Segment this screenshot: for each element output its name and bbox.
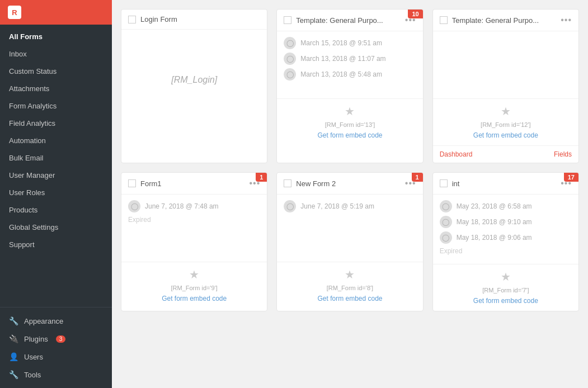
bottom-item-plugins[interactable]: 🔌Plugins3 [0, 330, 112, 348]
sidebar-item-automation[interactable]: Automation [0, 132, 112, 149]
star-icon[interactable]: ★ [128, 268, 260, 281]
submission-date: June 7, 2018 @ 7:48 am [145, 202, 219, 210]
sidebar-item-field-analytics[interactable]: Field Analytics [0, 115, 112, 132]
main-content: Login Form [RM_Login]10 Template: Genera… [112, 0, 588, 388]
sidebar-item-all-forms[interactable]: All Forms [0, 28, 112, 45]
form-card-header: New Form 2 ••• [277, 173, 422, 195]
submission-entry: ◯ May 18, 2018 @ 9:10 am [440, 216, 572, 228]
star-icon[interactable]: ★ [284, 268, 416, 281]
avatar-icon: ◯ [284, 37, 296, 49]
users-icon: 👤 [9, 352, 18, 361]
form-title: Template: General Purpo... [296, 16, 401, 25]
form-badge: 17 [564, 173, 578, 182]
form-embed-link[interactable]: Get form embed code [473, 297, 538, 305]
sidebar-item-global-settings[interactable]: Global Settings [0, 219, 112, 236]
submission-entry: ◯ May 18, 2018 @ 9:06 am [440, 231, 572, 244]
submission-entry: ◯ June 7, 2018 @ 7:48 am [128, 200, 260, 212]
sidebar-item-custom-status[interactable]: Custom Status [0, 63, 112, 80]
form-title: Form1 [140, 179, 245, 188]
form-shortcode: [RM_Form id='13'] [284, 121, 416, 128]
sidebar-nav: All FormsInboxCustom StatusAttachmentsFo… [0, 25, 112, 307]
sidebar-item-products[interactable]: Products [0, 201, 112, 219]
bottom-item-label: Appearance [24, 317, 63, 325]
form-card-footer: ★ [RM_Form id='13'] Get form embed code [277, 98, 422, 145]
expired-label: Expired [128, 216, 260, 224]
submission-entry: ◯ March 13, 2018 @ 5:48 am [284, 68, 416, 81]
form-badge: 1 [256, 173, 267, 182]
form-card-8: 1 New Form 2 ••• ◯ June 7, 2018 @ 5:19 a… [276, 172, 423, 311]
form-checkbox[interactable] [128, 179, 136, 187]
form-embed-link[interactable]: Get form embed code [317, 131, 382, 139]
tools-icon: 🔧 [9, 370, 18, 379]
form-action-dashboard[interactable]: Dashboard [440, 150, 473, 158]
bottom-item-label: Tools [24, 371, 41, 379]
sidebar-item-form-analytics[interactable]: Form Analytics [0, 97, 112, 115]
expired-label: Expired [440, 247, 572, 255]
sidebar-item-user-manager[interactable]: User Manager [0, 167, 112, 184]
form-checkbox[interactable] [128, 16, 136, 23]
sidebar-item-inbox[interactable]: Inbox [0, 45, 112, 63]
form-title: New Form 2 [296, 179, 401, 188]
plugins-icon: 🔌 [9, 334, 18, 343]
avatar-icon: ◯ [440, 200, 452, 212]
form-actions: DashboardFields [433, 145, 578, 163]
submission-date: May 18, 2018 @ 9:06 am [457, 234, 532, 242]
bottom-item-appearance[interactable]: 🔧Appearance [0, 312, 112, 330]
form-checkbox[interactable] [440, 16, 448, 24]
submission-entry: ◯ June 7, 2018 @ 5:19 am [284, 200, 416, 212]
submission-entry: ◯ March 13, 2018 @ 11:07 am [284, 53, 416, 65]
form-card-footer: ★ [RM_Form id='8'] Get form embed code [277, 262, 422, 309]
form-card-footer: ★ [RM_Form id='7'] Get form embed code [433, 264, 578, 311]
sidebar-item-support[interactable]: Support [0, 236, 112, 253]
form-card-footer: ★ [RM_Form id='9'] Get form embed code [121, 262, 267, 309]
form-placeholder: [RM_Login] [121, 30, 267, 130]
form-badge: 10 [408, 10, 422, 18]
form-card-footer: ★ [RM_Form id='12'] Get form embed code [433, 98, 578, 145]
form-title: int [452, 179, 557, 188]
form-card-13: 10 Template: General Purpo... ••• ◯ Marc… [276, 9, 423, 163]
bottom-item-label: Users [24, 353, 43, 361]
form-dots-menu[interactable]: ••• [561, 15, 572, 25]
submission-entry: ◯ May 23, 2018 @ 6:58 am [440, 200, 572, 212]
star-icon[interactable]: ★ [440, 270, 572, 283]
submission-entry: ◯ March 15, 2018 @ 9:51 am [284, 37, 416, 49]
form-action-fields[interactable]: Fields [554, 150, 572, 158]
form-checkbox[interactable] [440, 179, 448, 187]
submission-date: March 13, 2018 @ 11:07 am [300, 55, 385, 63]
bottom-item-tools[interactable]: 🔧Tools [0, 366, 112, 384]
form-embed-link[interactable]: Get form embed code [162, 295, 227, 302]
avatar-icon: ◯ [284, 53, 296, 65]
sidebar-item-user-roles[interactable]: User Roles [0, 184, 112, 201]
form-card-header: Login Form [121, 10, 267, 30]
bottom-item-users[interactable]: 👤Users [0, 348, 112, 366]
bottom-item-label: Plugins [24, 335, 48, 343]
form-title: Login Form [140, 15, 260, 23]
form-card-12: Template: General Purpo... ••• ★ [RM_For… [432, 9, 579, 163]
form-card-header: Template: General Purpo... ••• [277, 10, 422, 31]
plugin-badge: 3 [56, 335, 66, 343]
form-card-7: 17 int ••• ◯ May 23, 2018 @ 6:58 am ◯ Ma… [432, 172, 579, 311]
star-icon[interactable]: ★ [440, 105, 572, 118]
form-card-login: Login Form [RM_Login] [121, 9, 267, 163]
sidebar-item-attachments[interactable]: Attachments [0, 80, 112, 97]
form-embed-link[interactable]: Get form embed code [317, 295, 382, 302]
sidebar-header[interactable]: R [0, 0, 112, 25]
submission-date: March 15, 2018 @ 9:51 am [300, 39, 382, 47]
form-card-body: ◯ March 15, 2018 @ 9:51 am ◯ March 13, 2… [277, 31, 422, 98]
form-embed-link[interactable]: Get form embed code [473, 131, 538, 139]
form-checkbox[interactable] [284, 16, 291, 24]
form-shortcode: [RM_Form id='9'] [128, 285, 260, 291]
form-shortcode: [RM_Form id='8'] [284, 285, 416, 291]
forms-grid: Login Form [RM_Login]10 Template: Genera… [121, 9, 579, 311]
form-card-body: ◯ June 7, 2018 @ 7:48 am Expired [121, 195, 267, 262]
form-card-header: Template: General Purpo... ••• [433, 10, 578, 31]
avatar-icon: ◯ [284, 68, 296, 81]
form-title: Template: General Purpo... [452, 16, 557, 25]
sidebar: R All FormsInboxCustom StatusAttachments… [0, 0, 112, 388]
star-icon[interactable]: ★ [284, 105, 416, 118]
form-checkbox[interactable] [284, 179, 291, 187]
sidebar-item-bulk-email[interactable]: Bulk Email [0, 149, 112, 167]
appearance-icon: 🔧 [9, 316, 18, 325]
avatar-icon: ◯ [440, 216, 452, 228]
submission-date: May 23, 2018 @ 6:58 am [457, 202, 532, 210]
